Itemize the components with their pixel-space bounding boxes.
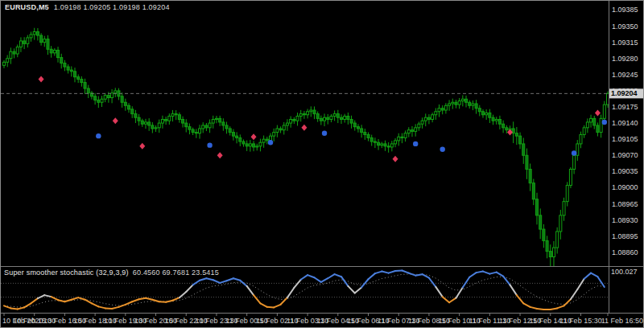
time-axis-ticks [4, 314, 608, 316]
stochastic-line [4, 271, 605, 310]
svg-text:11 Feb 15:30: 11 Feb 15:30 [559, 317, 601, 325]
svg-text:1.09140: 1.09140 [612, 119, 638, 127]
current-price-badge: 1.09204 [609, 88, 644, 98]
svg-text:1.09315: 1.09315 [612, 39, 638, 47]
red-diamond-markers [39, 76, 601, 162]
svg-text:1.09070: 1.09070 [612, 151, 638, 159]
svg-text:1.09105: 1.09105 [612, 135, 638, 143]
indicator-scale-label: 100.027 [611, 268, 638, 276]
svg-text:1.09204: 1.09204 [611, 89, 638, 97]
candles-layer [3, 28, 609, 267]
svg-text:1.08895: 1.08895 [612, 232, 638, 240]
svg-text:1.08860: 1.08860 [612, 248, 638, 256]
pane-dividers [1, 1, 644, 314]
svg-text:1.09000: 1.09000 [612, 183, 638, 191]
chart-window: EURUSD,M51.09198 1.09205 1.09198 1.09204… [0, 0, 644, 328]
svg-text:1.09385: 1.09385 [612, 6, 638, 14]
chart-canvas[interactable]: 1.093851.093501.093151.092801.092451.092… [1, 1, 644, 328]
svg-text:1.09035: 1.09035 [612, 167, 638, 175]
svg-text:100.027: 100.027 [611, 268, 638, 276]
svg-text:1.09280: 1.09280 [612, 55, 638, 63]
svg-text:1.09350: 1.09350 [612, 23, 638, 31]
time-axis-labels: 10 Feb 202010 Feb 15:3010 Feb 16:5010 Fe… [2, 317, 643, 325]
svg-text:1.09245: 1.09245 [612, 71, 638, 79]
svg-text:1.08965: 1.08965 [612, 200, 638, 208]
svg-text:1.09175: 1.09175 [612, 103, 638, 111]
price-axis-labels: 1.093851.093501.093151.092801.092451.092… [612, 6, 638, 256]
svg-text:1.08930: 1.08930 [612, 216, 638, 224]
svg-text:11 Feb 16:50: 11 Feb 16:50 [601, 317, 643, 325]
